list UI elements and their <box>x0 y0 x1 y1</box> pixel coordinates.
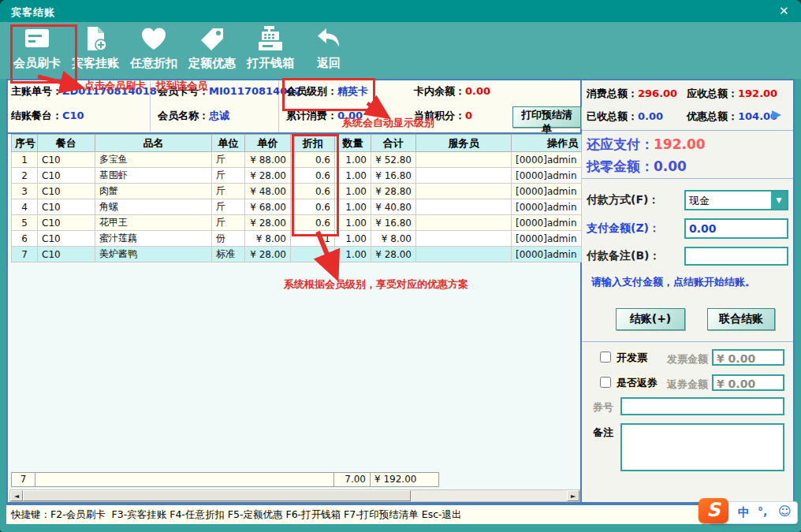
cell <box>416 231 512 247</box>
cell: C10 <box>38 184 95 199</box>
toolbar-label: 会员刷卡 <box>13 56 61 71</box>
table-row[interactable]: 4C10角螺斤¥ 68.000.61.00¥ 40.80[0000]admin <box>12 199 582 215</box>
table-row[interactable]: 3C10肉蟹斤¥ 48.000.61.00¥ 28.80[0000]admin <box>12 184 582 199</box>
invoice-checkbox[interactable] <box>600 352 611 363</box>
column-header: 操作员 <box>512 135 582 152</box>
open-cashbox-button[interactable]: 打开钱箱 <box>241 22 300 76</box>
note-textarea[interactable] <box>620 423 784 471</box>
cell: [0000]admin <box>512 184 582 199</box>
cell <box>416 184 512 199</box>
voucher-amount-label: 返券金额 <box>667 378 708 392</box>
cell: [0000]admin <box>512 152 582 168</box>
scrollbar-thumb[interactable] <box>23 490 411 501</box>
shortcut-hints: 快捷键：F2-会员刷卡 F3-宾客挂账 F4-任意折扣 F5-定额优惠 F6-打… <box>11 508 462 522</box>
footer-count-cell: 7 <box>11 472 35 487</box>
card-balance-value: 0.00 <box>465 85 490 97</box>
checkout-window: 宾客结账 ✕ 会员刷卡 宾客挂账 任意折扣 定额优惠 <box>0 0 801 532</box>
table-row[interactable]: 6C10蜜汁莲藕份¥ 8.0011.00¥ 8.00[0000]admin <box>12 231 582 247</box>
column-header: 合计 <box>371 135 416 152</box>
note-label: 备注 <box>593 426 613 440</box>
cell: ¥ 28.00 <box>245 247 291 262</box>
total-spend-label: 累计消费： <box>286 110 337 121</box>
window-title: 宾客结账 <box>11 6 55 20</box>
table-row[interactable]: 5C10花甲王斤¥ 28.000.61.00¥ 16.80[0000]admin <box>12 215 582 231</box>
cell: 1.00 <box>335 152 371 168</box>
cell: [0000]admin <box>512 231 582 247</box>
cell: 美炉酱鸭 <box>95 247 212 262</box>
footer-amount-cell: ¥ 192.00 <box>370 472 439 487</box>
cell: 肉蟹 <box>95 184 212 199</box>
cell: ¥ 52.80 <box>371 152 416 168</box>
member-swipe-button[interactable]: 会员刷卡 <box>8 22 66 76</box>
ime-punctuation-toggle[interactable]: °, <box>758 505 767 518</box>
guest-credit-button[interactable]: 宾客挂账 <box>66 22 125 76</box>
back-button[interactable]: 返回 <box>300 22 358 76</box>
cell: 花甲王 <box>95 215 212 231</box>
voucher-checkbox-label: 是否返券 <box>615 376 659 390</box>
column-header: 序号 <box>12 135 38 152</box>
close-icon[interactable]: ✕ <box>776 4 792 18</box>
cell: ¥ 28.00 <box>245 215 291 231</box>
toolbar-label: 任意折扣 <box>130 56 177 71</box>
fixed-discount-button[interactable]: 定额优惠 <box>183 22 241 76</box>
payment-method-select[interactable]: 现金 ▼ <box>684 190 788 210</box>
ime-emoji-icon[interactable]: ☺ <box>778 504 792 519</box>
sogou-logo-icon[interactable]: S <box>699 498 728 523</box>
invoice-amount-label: 发票金额 <box>667 352 708 366</box>
card-balance-label: 卡内余额： <box>414 85 465 97</box>
payment-remark-input[interactable] <box>686 248 787 264</box>
payment-remark-label: 付款备注(B)： <box>587 249 660 263</box>
payment-method-label: 付款方式(F)： <box>587 193 659 207</box>
column-header: 数量 <box>335 135 371 152</box>
joint-checkout-button[interactable]: 联合结账 <box>707 308 775 330</box>
any-discount-button[interactable]: 任意折扣 <box>125 22 183 76</box>
cell: ¥ 68.00 <box>245 199 291 215</box>
back-icon <box>315 22 343 55</box>
column-header: 折扣 <box>291 135 335 152</box>
cell: 4 <box>12 199 38 215</box>
consume-total-value: 296.00 <box>638 87 677 99</box>
title-bar <box>0 0 801 22</box>
total-spend-value: 0.00 <box>337 110 363 121</box>
voucher-amount-input[interactable] <box>713 378 783 391</box>
payment-amount-input[interactable] <box>686 220 787 237</box>
checkout-button[interactable]: 结账(+) <box>616 308 685 330</box>
cell: 斤 <box>212 168 245 184</box>
cell: 斤 <box>212 184 245 199</box>
print-presettle-button[interactable]: 打印预结清单 <box>512 106 581 128</box>
due-value: 192.00 <box>654 136 706 152</box>
points-label: 当前积分： <box>414 110 465 121</box>
bill-no-label: 主账单号： <box>11 85 62 97</box>
member-name-label: 会员名称： <box>158 110 209 121</box>
cell: 1.00 <box>335 168 371 184</box>
table-row[interactable]: 7C10美炉酱鸭标准¥ 28.001.00¥ 28.00[0000]admin <box>12 247 582 262</box>
receivable-total-label: 应收总额： <box>687 87 738 99</box>
ime-language-toggle[interactable]: 中 <box>738 505 750 520</box>
cell: 0.6 <box>291 152 335 168</box>
column-header: 餐台 <box>38 135 95 152</box>
scroll-left-icon[interactable]: ◄ <box>10 490 23 501</box>
invoice-amount-box <box>712 349 784 366</box>
order-table: 序号餐台品名单位单价折扣数量合计服务员操作员1C10多宝鱼斤¥ 88.000.6… <box>11 134 582 262</box>
table-no-label: 结账餐台： <box>11 110 62 121</box>
table-row[interactable]: 2C10基围虾斤¥ 28.000.61.00¥ 16.80[0000]admin <box>12 168 582 184</box>
invoice-amount-input[interactable] <box>713 352 783 366</box>
footer-empty-cell <box>35 472 334 487</box>
due-label: 还应支付： <box>587 136 654 152</box>
voucher-amount-box <box>712 374 784 391</box>
cell: 1 <box>12 152 38 168</box>
open-cashbox-icon <box>256 22 285 55</box>
member-level-value: 精英卡 <box>337 85 368 97</box>
table-row[interactable]: 1C10多宝鱼斤¥ 88.000.61.00¥ 52.80[0000]admin <box>12 152 582 168</box>
toolbar-label: 打开钱箱 <box>247 56 294 71</box>
border-right <box>793 79 795 505</box>
scroll-right-icon[interactable]: ► <box>567 490 579 501</box>
voucher-checkbox[interactable] <box>600 377 611 388</box>
cell: [0000]admin <box>512 168 582 184</box>
cell: ¥ 28.80 <box>371 184 416 199</box>
bill-no-value: ZD01170814018 <box>62 85 157 97</box>
voucher-no-input[interactable] <box>622 400 783 415</box>
cell: 基围虾 <box>95 168 212 184</box>
discount-detail-icon[interactable]: ▶ <box>772 107 781 121</box>
chevron-down-icon[interactable]: ▼ <box>771 192 787 209</box>
